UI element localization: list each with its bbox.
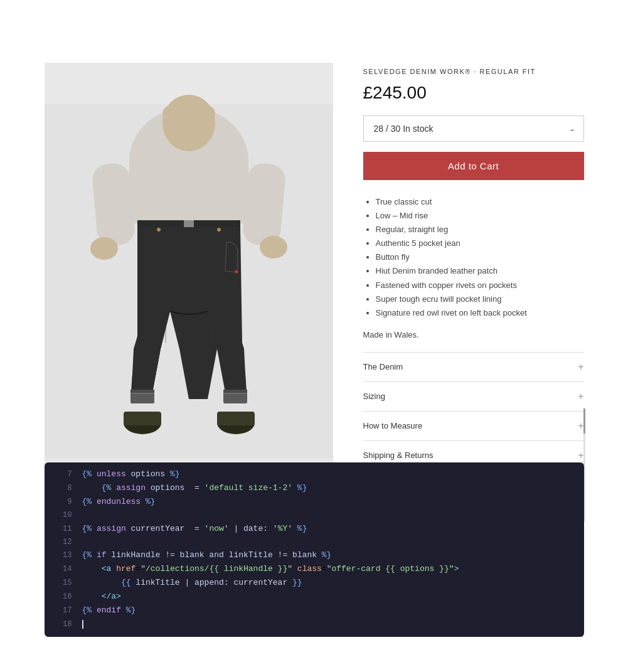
feature-item: Fastened with copper rivets on pockets [376, 279, 575, 292]
feature-item: Button fly [376, 250, 575, 264]
code-line: 12 [45, 536, 584, 548]
code-content: </a> [82, 590, 121, 604]
plus-icon: + [578, 391, 583, 402]
svg-rect-21 [217, 412, 255, 425]
accordion-label: Sizing [363, 392, 385, 401]
svg-point-26 [235, 270, 238, 273]
product-subtitle: Selvedge Denim Work® · Regular Fit [363, 68, 584, 75]
plus-icon: + [578, 361, 583, 373]
code-content: {% endunless %} [82, 495, 156, 509]
svg-point-24 [157, 228, 161, 232]
line-number: 8 [55, 482, 72, 494]
code-line: 14 <a href="/collections/{{ linkHandle }… [45, 562, 584, 576]
made-in-text: Made in Wales. [363, 330, 575, 339]
feature-item: Regular, straight leg [376, 223, 575, 237]
code-line: 13{% if linkHandle != blank and linkTitl… [45, 548, 584, 562]
svg-rect-16 [223, 390, 247, 393]
size-select-wrapper[interactable]: 28 / 30 In stock ⌄ [363, 115, 584, 142]
scrollbar-thumb[interactable] [583, 408, 585, 434]
svg-point-5 [90, 237, 118, 260]
code-line: 17{% endif %} [45, 604, 584, 617]
code-line: 16 </a> [45, 590, 584, 604]
svg-rect-23 [162, 104, 215, 123]
svg-rect-4 [242, 163, 286, 247]
line-number: 9 [55, 496, 72, 508]
feature-item: Authentic 5 pocket jean [376, 237, 575, 250]
accordion-item[interactable]: How to Measure+ [363, 412, 584, 441]
product-price: £245.00 [363, 83, 584, 103]
svg-point-6 [260, 236, 287, 259]
svg-rect-3 [91, 163, 136, 247]
line-number: 7 [55, 468, 72, 481]
size-select[interactable]: 28 / 30 In stock [363, 115, 584, 142]
code-content: {% unless options %} [82, 467, 180, 481]
code-content: {% if linkHandle != blank and linkTitle … [82, 548, 332, 562]
code-content: {% assign currentYear = 'now' | date: '%… [82, 522, 307, 536]
code-content: {% endif %} [82, 604, 136, 617]
accordion-label: How to Measure [363, 421, 423, 430]
code-content: {{ linkTitle | append: currentYear }} [82, 576, 302, 590]
line-number: 18 [55, 618, 72, 631]
feature-item: Hiut Denim branded leather patch [376, 264, 575, 278]
svg-point-25 [217, 228, 221, 232]
product-section: Selvedge Denim Work® · Regular Fit £245.… [45, 63, 584, 500]
page-container: Selvedge Denim Work® · Regular Fit £245.… [0, 0, 628, 672]
accordion-item[interactable]: Sizing+ [363, 382, 584, 412]
add-to-cart-button[interactable]: Add to Cart [363, 152, 584, 180]
product-info: Selvedge Denim Work® · Regular Fit £245.… [363, 63, 584, 500]
accordion-label: Shipping & Returns [363, 451, 434, 460]
line-number: 10 [55, 509, 72, 521]
svg-rect-2 [129, 161, 248, 223]
code-content: {% assign options = 'default size-1-2' %… [82, 481, 307, 495]
line-number: 16 [55, 590, 72, 603]
feature-item: Signature red owl rivet on left back poc… [376, 306, 575, 320]
line-number: 14 [55, 563, 72, 575]
code-content: <a href="/collections/{{ linkHandle }}" … [82, 562, 459, 576]
code-content [82, 617, 83, 631]
feature-item: Super tough ecru twill pocket lining [376, 292, 575, 306]
code-editor-panel: 7{% unless options %}8 {% assign options… [45, 462, 584, 637]
feature-item: True classic cut [376, 195, 575, 209]
svg-rect-19 [124, 412, 161, 425]
product-image-svg [45, 63, 333, 500]
line-number: 15 [55, 577, 72, 589]
code-line: 18 [45, 617, 584, 631]
accordion-label: The Denim [363, 362, 403, 371]
features-section: True classic cutLow – Mid riseRegular, s… [363, 195, 584, 339]
code-line: 9{% endunless %} [45, 495, 584, 509]
line-number: 12 [55, 536, 72, 548]
product-image [45, 63, 333, 500]
line-number: 17 [55, 604, 72, 617]
code-line: 15 {{ linkTitle | append: currentYear }} [45, 576, 584, 590]
accordion-item[interactable]: The Denim+ [363, 353, 584, 382]
code-line: 10 [45, 509, 584, 521]
code-line: 11{% assign currentYear = 'now' | date: … [45, 522, 584, 536]
product-features-list: True classic cutLow – Mid riseRegular, s… [363, 195, 575, 320]
line-number: 11 [55, 523, 72, 535]
svg-rect-13 [130, 390, 154, 393]
feature-item: Low – Mid rise [376, 209, 575, 223]
code-line: 8 {% assign options = 'default size-1-2'… [45, 481, 584, 495]
line-number: 13 [55, 549, 72, 562]
code-line: 7{% unless options %} [45, 467, 584, 481]
